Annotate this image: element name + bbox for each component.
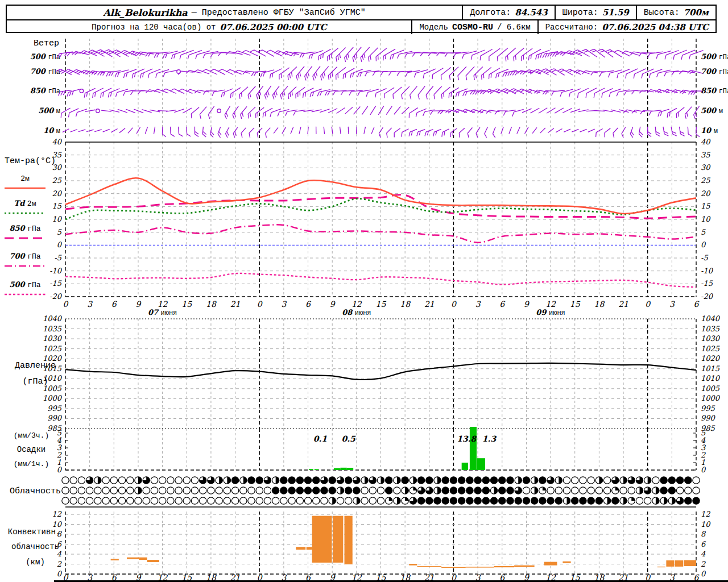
temp-axis-tick: -5 xyxy=(54,253,61,262)
hour-label: 9 xyxy=(330,300,336,309)
hour-label: 12 xyxy=(545,300,556,309)
pressure-axis-tick: 1040 xyxy=(43,314,63,323)
wind-title: Ветер xyxy=(34,39,59,48)
convective-cloud-block xyxy=(514,566,535,567)
header-row-forecast: Прогноз на 120 часа(ов) от 07.06.2025 00… xyxy=(7,20,715,34)
cloudiness-panel: Облачность xyxy=(10,477,700,507)
date-label: 07 июня xyxy=(148,308,177,317)
forecast-segment: Прогноз на 120 часа(ов) от 07.06.2025 00… xyxy=(7,20,411,34)
forecast-time: 07.06.2025 00:00 UTC xyxy=(220,22,327,32)
hour-label: 15 xyxy=(570,300,581,309)
pressure-panel: 1040104010351035103010301025102510201020… xyxy=(15,314,721,433)
hour-label: 3 xyxy=(669,300,675,309)
pressure-title: Давление xyxy=(15,361,56,371)
hour-label: 6 xyxy=(499,300,505,309)
temp-axis-tick: 0 xyxy=(57,240,63,249)
precip-value-label: 0.5 xyxy=(341,434,356,443)
pressure-axis-tick: 1020 xyxy=(701,354,721,363)
pressure-axis-tick: 1030 xyxy=(43,334,63,343)
convective-cloud-block xyxy=(296,547,305,550)
model-segment: Модель COSMO-RU / 6.6км xyxy=(411,20,537,34)
precipitation-panel: 554433221100(мм/3ч.)Осадки(мм/1ч.)0.10.5… xyxy=(14,427,706,474)
pressure-axis-tick: 1030 xyxy=(701,334,721,343)
wind-level-label: 700 гПа xyxy=(30,67,60,76)
convective-cloud-block xyxy=(657,567,665,567)
pressure-axis-tick: 995 xyxy=(47,404,62,413)
temp-axis-tick: 25 xyxy=(52,176,61,185)
precip-unit-3h: (мм/3ч.) xyxy=(14,431,49,440)
convective-cloud-block xyxy=(139,558,147,560)
wind-level-label: 10 м xyxy=(43,126,60,135)
temp-axis-tick: -15 xyxy=(701,279,713,288)
precip-bar xyxy=(309,469,313,470)
legend-entry-label: 700 гПа xyxy=(9,252,40,261)
precip-bar xyxy=(470,427,477,470)
hour-label: 0 xyxy=(645,300,651,309)
precip-bar xyxy=(340,468,346,470)
hour-label: 6 xyxy=(694,300,700,309)
hour-label: 12 xyxy=(351,300,362,309)
legend-entry-label: 850 гПа xyxy=(9,224,40,233)
pressure-axis-tick: 1000 xyxy=(701,394,721,402)
meteogram-page: Alk_Belokurikha — Предоставлено ФГБУ "За… xyxy=(0,0,728,582)
temp-axis-tick: -10 xyxy=(49,267,63,275)
longitude-value: 84.543 xyxy=(515,7,547,18)
latitude-segment: Широта: 51.59 xyxy=(555,6,636,19)
convective-axis-tick: 8 xyxy=(701,530,706,538)
hour-label: 12 xyxy=(158,300,168,309)
calculated-label: Рассчитано: xyxy=(545,23,598,32)
pressure-axis-tick: 1010 xyxy=(701,374,721,383)
legend-entry-label: 500 гПа xyxy=(9,280,40,289)
pressure-axis-tick: 1025 xyxy=(43,344,62,353)
convective-axis-tick: 2 xyxy=(701,560,706,568)
longitude-segment: Долгота: 84.543 xyxy=(462,6,554,19)
header: Alk_Belokurikha — Предоставлено ФГБУ "За… xyxy=(6,5,717,33)
legend-entry-label: Td 2м xyxy=(14,199,36,208)
hour-label: 3 xyxy=(281,300,287,309)
precip-axis-tick: 0 xyxy=(57,465,63,474)
pressure-axis-tick: 1005 xyxy=(701,384,720,393)
wind-level-label: 500 м xyxy=(701,106,723,115)
hour-label: 21 xyxy=(424,300,435,309)
convective-axis-tick: 0 xyxy=(57,569,63,578)
hour-label: 6 xyxy=(305,300,311,309)
convective-cloud-block xyxy=(466,567,494,567)
convective-axis-tick: 6 xyxy=(701,540,706,548)
hour-label: 6 xyxy=(111,300,117,309)
hour-label: 9 xyxy=(136,300,142,309)
pressure-axis-tick: 1035 xyxy=(701,325,720,333)
precip-value-label: 1.3 xyxy=(482,434,497,443)
convective-cloud-block xyxy=(333,516,343,563)
temp-axis-tick: -5 xyxy=(701,253,708,262)
temp-axis-tick: 40 xyxy=(701,138,711,146)
altitude-value: 700м xyxy=(684,7,709,18)
convective-axis-tick: 12 xyxy=(52,510,61,518)
convective-axis-tick: 0 xyxy=(701,569,706,578)
convective-axis-tick: 2 xyxy=(57,560,62,568)
hour-label: 0 xyxy=(63,300,69,309)
hour-label: 18 xyxy=(594,300,605,309)
station-name: Alk_Belokurikha xyxy=(103,7,187,18)
wind-level-label: 850 гПа xyxy=(30,86,60,95)
precip-bar xyxy=(462,463,468,470)
temp-axis-tick: 5 xyxy=(57,228,62,236)
hour-label: 21 xyxy=(230,300,241,309)
temp-axis-tick: 10 xyxy=(52,215,62,223)
temp-axis-tick: 5 xyxy=(701,228,706,236)
temp-axis-tick: -20 xyxy=(701,292,714,301)
temp-axis-tick: 10 xyxy=(701,215,711,223)
convective-axis-tick: 10 xyxy=(701,520,711,529)
hour-label: 3 xyxy=(87,300,93,309)
precip-bar xyxy=(347,468,353,470)
convective-cloud-block xyxy=(409,564,417,566)
temp-axis-tick: 25 xyxy=(701,176,710,185)
convective-title-2: облачность xyxy=(11,542,59,551)
precip-axis-tick: 0 xyxy=(701,465,706,474)
temp-axis-tick: 35 xyxy=(701,151,710,159)
temp-axis-tick: 15 xyxy=(52,202,61,210)
pressure-axis-tick: 1040 xyxy=(701,314,721,323)
convective-cloud-block xyxy=(675,560,683,567)
temp-axis-tick: 20 xyxy=(52,189,62,198)
provider-text: — Предоставлено ФГБУ "ЗапСиб УГМС" xyxy=(192,8,366,18)
temp-axis-tick: 30 xyxy=(701,163,711,172)
